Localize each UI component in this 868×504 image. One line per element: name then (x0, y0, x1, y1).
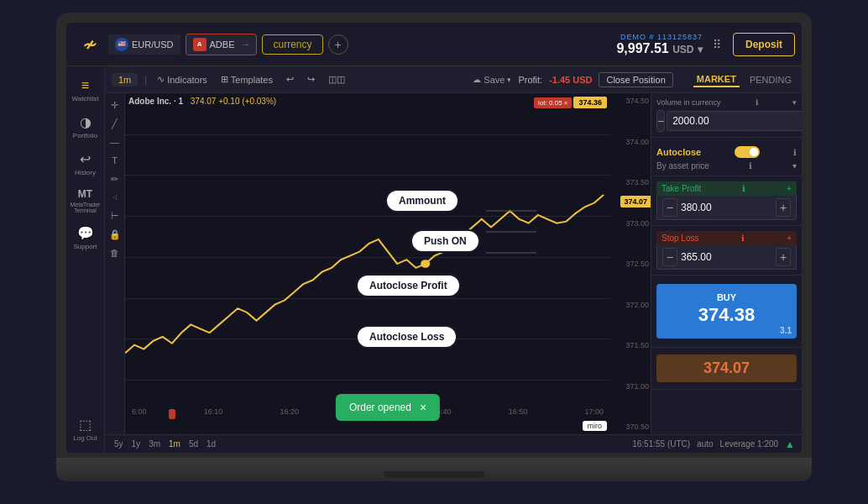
laptop-base (56, 458, 812, 481)
order-notification: Order opened × (336, 394, 440, 421)
tf-1m[interactable]: 1m (166, 438, 183, 449)
adbe-close-icon[interactable]: → (241, 39, 249, 49)
buy-button[interactable]: BUY 374.38 3.1 (656, 284, 797, 339)
text-tool[interactable]: T (107, 152, 123, 169)
watchlist-label: Watchlist (71, 95, 98, 102)
autoclose-toggle-row: Autoclose ℹ (656, 146, 797, 158)
signal-icon: ▲ (785, 438, 795, 450)
demo-badge: DEMO # 113125837 9,997.51 USD ▾ (616, 33, 703, 56)
sl-plus-icon[interactable]: + (787, 234, 792, 243)
sidebar-item-logout[interactable]: ⬚ Log Out (69, 412, 102, 446)
autoclose-info-icon[interactable]: ℹ (793, 148, 797, 157)
by-asset-chevron[interactable]: ▾ (792, 161, 797, 171)
sidebar-item-support[interactable]: 💬 Support (69, 221, 102, 255)
laptop-screen: ≁ 🇺🇸 EUR/USD A ADBE → currency (56, 13, 812, 458)
balance-display: 9,997.51 USD ▾ (616, 41, 703, 56)
sidebar-item-metatrader[interactable]: MT MetaTrader Terminal (69, 184, 102, 218)
tf-5d[interactable]: 5d (186, 438, 201, 449)
brush-tool[interactable]: ✏ (107, 171, 123, 187)
amount-minus-button[interactable]: − (656, 110, 665, 132)
timeframe-controls: 5y 1y 3m 1m 5d 1d (112, 438, 218, 449)
volume-info-icon[interactable]: ℹ (756, 98, 758, 107)
tab-eur-usd[interactable]: 🇺🇸 EUR/USD (108, 34, 180, 55)
redo-button[interactable]: ↪ (304, 72, 318, 87)
time-label-2: 16:10 (204, 407, 223, 416)
tp-value: 380.00 (677, 202, 776, 213)
amount-input[interactable] (667, 111, 802, 131)
tf-1d[interactable]: 1d (204, 438, 218, 449)
stop-loss-label: Stop Loss ℹ + (656, 231, 797, 245)
laptop-frame: ≁ 🇺🇸 EUR/USD A ADBE → currency (56, 13, 812, 491)
sl-input-row: − 365.00 + (656, 245, 797, 270)
auto-label: auto (697, 439, 713, 449)
volume-button[interactable]: ◫◫ (325, 72, 348, 87)
volume-label: Volume in currency ℹ ▾ (656, 98, 797, 107)
buy-price: 374.38 (661, 304, 792, 326)
tf-1y[interactable]: 1y (129, 438, 144, 449)
leverage-display: Leverage 1:200 (720, 439, 779, 449)
tp-minus-button[interactable]: − (662, 198, 677, 217)
time-label-3: 16:20 (280, 407, 299, 416)
tf-5y[interactable]: 5y (112, 438, 126, 449)
tab-adbe[interactable]: A ADBE → (186, 34, 258, 55)
templates-button[interactable]: ⊞ Templates (217, 72, 276, 87)
tp-plus-icon[interactable]: + (787, 184, 792, 193)
tab-currency[interactable]: currency (262, 34, 322, 55)
notification-close-button[interactable]: × (420, 401, 426, 414)
adbe-icon: A (193, 38, 207, 51)
indicators-button[interactable]: ∿ Indicators (154, 72, 211, 87)
annotation-autoclose-profit: Autoclose Profit (356, 274, 461, 297)
timeframe-button[interactable]: 1m (112, 73, 138, 87)
by-asset-info-icon[interactable]: ℹ (749, 161, 752, 171)
pending-tab[interactable]: PENDING (746, 73, 795, 87)
grid-icon[interactable]: ⠿ (713, 38, 721, 51)
logo-area: ≁ (73, 34, 103, 55)
sidebar-item-history[interactable]: ↩ History (69, 147, 102, 181)
horizontal-tool[interactable]: — (107, 134, 123, 150)
sell-button-area[interactable]: 374.07 (656, 354, 797, 382)
volume-chevron[interactable]: ▾ (792, 98, 797, 107)
ruler-tool[interactable]: ⊢ (107, 207, 123, 224)
annotation-push-on: Push ON (410, 229, 480, 253)
save-area[interactable]: ☁ Save ▾ (473, 75, 511, 85)
notification-message: Order opened (349, 402, 411, 413)
history-label: History (75, 169, 96, 176)
sl-info-icon[interactable]: ℹ (741, 234, 745, 243)
sell-section: 374.07 (651, 348, 802, 390)
indicators-icon: ∿ (157, 74, 165, 85)
fib-tool[interactable]: ⁖ (107, 189, 123, 206)
watchlist-icon: ≡ (81, 78, 89, 93)
main-content: ✛ ╱ — T ✏ ⁖ ⊢ 🔒 🗑 (105, 93, 802, 434)
close-position-button[interactable]: Close Position (599, 72, 672, 87)
sidebar-item-watchlist[interactable]: ≡ Watchlist (69, 73, 102, 107)
toggle-thumb (750, 148, 758, 156)
cursor-tool[interactable]: ✛ (107, 97, 123, 113)
templates-icon: ⊞ (221, 74, 228, 85)
save-chevron: ▾ (507, 76, 511, 84)
autoclose-toggle[interactable] (735, 146, 760, 158)
tp-info-icon[interactable]: ℹ (742, 184, 745, 193)
demo-label: DEMO # 113125837 (620, 33, 703, 41)
sl-plus-button[interactable]: + (776, 248, 791, 266)
trash-tool[interactable]: 🗑 (107, 244, 123, 261)
add-tab-button[interactable]: + (328, 34, 348, 55)
market-tab[interactable]: MARKET (693, 72, 740, 87)
sidebar-item-portfolio[interactable]: ◑ Portfolio (69, 110, 102, 144)
sl-minus-button[interactable]: − (662, 248, 677, 266)
support-icon: 💬 (77, 225, 94, 241)
undo-button[interactable]: ↩ (283, 72, 297, 87)
tf-3m[interactable]: 3m (146, 438, 163, 449)
lock-tool[interactable]: 🔒 (107, 226, 123, 243)
bottom-bar: 5y 1y 3m 1m 5d 1d 16:51:55 (UTC) auto Le… (105, 434, 802, 453)
take-profit-section: Take Profit ℹ + − 380.00 + (651, 176, 802, 226)
chart-area[interactable]: Adobe Inc. · 1 374.07 +0.10 (+0.03%) lot… (125, 93, 651, 434)
deposit-button[interactable]: Deposit (733, 33, 795, 56)
tp-plus-button[interactable]: + (776, 198, 791, 217)
screen-inner: ≁ 🇺🇸 EUR/USD A ADBE → currency (66, 23, 802, 453)
buy-leverage: 3.1 (661, 326, 792, 335)
chart-tools: ✛ ╱ — T ✏ ⁖ ⊢ 🔒 🗑 (105, 93, 125, 434)
eur-usd-label: EUR/USD (132, 39, 174, 50)
autoclose-section: Autoclose ℹ By asset price ℹ (651, 138, 802, 176)
trading-ui: ≁ 🇺🇸 EUR/USD A ADBE → currency (66, 23, 802, 453)
trend-line-tool[interactable]: ╱ (107, 115, 123, 132)
